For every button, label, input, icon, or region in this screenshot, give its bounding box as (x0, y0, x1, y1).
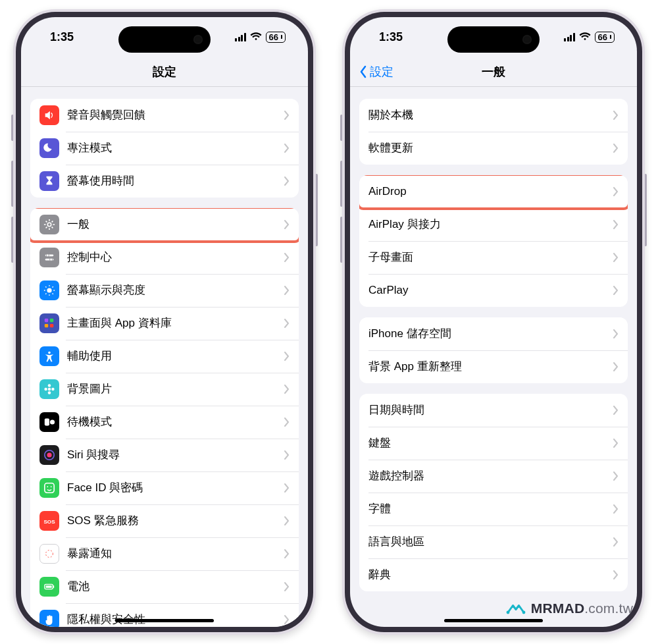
chevron-right-icon (613, 439, 619, 448)
row-airdrop[interactable]: AirDrop (359, 175, 628, 208)
row-access[interactable]: 輔助使用 (30, 340, 299, 373)
screen: 1:35 66 設定 聲音與觸覺回饋專注模式螢幕使用時間一般控制中心螢幕顯示與亮… (21, 17, 308, 627)
settings-list[interactable]: 聲音與觸覺回饋專注模式螢幕使用時間一般控制中心螢幕顯示與亮度主畫面與 App 資… (21, 87, 308, 627)
speaker-icon (39, 105, 59, 125)
sos-icon (39, 511, 59, 531)
row-wallpaper[interactable]: 背景圖片 (30, 373, 299, 406)
battery-icon (39, 577, 59, 597)
row-label: Siri 與搜尋 (67, 448, 284, 462)
back-label: 設定 (370, 64, 393, 80)
row-label: 待機模式 (67, 415, 284, 429)
chevron-right-icon (284, 549, 290, 558)
hourglass-icon (39, 171, 59, 191)
general-list[interactable]: 關於本機軟體更新AirDropAirPlay 與接力子母畫面CarPlayiPh… (350, 87, 637, 627)
row-home[interactable]: 主畫面與 App 資料庫 (30, 307, 299, 340)
row-label: 鍵盤 (368, 436, 613, 450)
row-label: AirPlay 與接力 (368, 217, 613, 231)
row-sounds[interactable]: 聲音與觸覺回饋 (30, 99, 299, 132)
row-carplay[interactable]: CarPlay (359, 274, 628, 307)
row-fonts[interactable]: 字體 (359, 493, 628, 525)
battery-icon: 66 (595, 32, 615, 43)
row-privacy[interactable]: 隱私權與安全性 (30, 603, 299, 627)
cellular-icon (235, 33, 246, 41)
row-label: 電池 (67, 579, 284, 593)
page-title: 一般 (482, 64, 505, 80)
chevron-right-icon (613, 111, 619, 120)
cellular-icon (564, 33, 575, 41)
navbar: 設定 一般 (350, 57, 637, 87)
back-button[interactable]: 設定 (359, 64, 393, 80)
row-sos[interactable]: SOS 緊急服務 (30, 504, 299, 537)
row-label: 軟體更新 (368, 141, 613, 155)
chevron-right-icon (613, 187, 619, 196)
phone-settings: 1:35 66 設定 聲音與觸覺回饋專注模式螢幕使用時間一般控制中心螢幕顯示與亮… (13, 9, 316, 635)
phone-general: 1:35 66 設定 一般 關於本機軟體更新AirDropAirPlay 與接力… (342, 9, 645, 635)
chevron-right-icon (613, 471, 619, 481)
chevron-right-icon (613, 220, 619, 229)
row-label: SOS 緊急服務 (67, 514, 284, 527)
chevron-right-icon (284, 144, 290, 153)
row-update[interactable]: 軟體更新 (359, 132, 628, 165)
chevron-right-icon (284, 220, 290, 229)
chevron-right-icon (284, 352, 290, 361)
battery-icon: 66 (266, 32, 286, 43)
row-faceid[interactable]: Face ID 與密碼 (30, 471, 299, 504)
home-indicator[interactable] (115, 619, 214, 622)
chevron-right-icon (284, 111, 290, 120)
row-control[interactable]: 控制中心 (30, 241, 299, 274)
home-indicator[interactable] (444, 619, 543, 622)
row-general[interactable]: 一般 (30, 208, 299, 241)
row-label: 控制中心 (67, 250, 284, 264)
chevron-right-icon (284, 385, 290, 394)
row-pip[interactable]: 子母畫面 (359, 241, 628, 274)
hand-icon (39, 610, 59, 627)
row-battery[interactable]: 電池 (30, 570, 299, 603)
chevron-right-icon (284, 615, 290, 624)
svg-point-0 (506, 611, 509, 614)
wifi-icon (250, 32, 262, 41)
row-label: 遊戲控制器 (368, 469, 613, 483)
row-storage[interactable]: iPhone 儲存空間 (359, 317, 628, 350)
row-dict[interactable]: 辭典 (359, 558, 628, 591)
row-datetime[interactable]: 日期與時間 (359, 394, 628, 427)
row-gamectrl[interactable]: 遊戲控制器 (359, 460, 628, 493)
row-label: 主畫面與 App 資料庫 (67, 316, 284, 330)
row-keyboard[interactable]: 鍵盤 (359, 427, 628, 460)
row-label: 聲音與觸覺回饋 (67, 108, 284, 122)
row-label: 字體 (368, 502, 613, 516)
chevron-right-icon (284, 319, 290, 328)
row-label: 螢幕顯示與亮度 (67, 283, 284, 297)
svg-point-1 (522, 611, 525, 614)
chevron-right-icon (284, 176, 290, 186)
watermark-suffix: .com.tw (584, 601, 633, 616)
row-siri[interactable]: Siri 與搜尋 (30, 439, 299, 471)
watermark-brand: MRMAD (531, 601, 584, 616)
chevron-right-icon (613, 253, 619, 262)
row-about[interactable]: 關於本機 (359, 99, 628, 132)
flower-icon (39, 379, 59, 399)
row-focus[interactable]: 專注模式 (30, 132, 299, 165)
row-standby[interactable]: 待機模式 (30, 406, 299, 439)
row-airplay[interactable]: AirPlay 與接力 (359, 208, 628, 241)
dynamic-island (447, 26, 540, 53)
standby-icon (39, 412, 59, 432)
chevron-right-icon (613, 286, 619, 295)
row-exposure[interactable]: 暴露通知 (30, 537, 299, 570)
row-label: 一般 (67, 217, 284, 231)
row-bgapp[interactable]: 背景 App 重新整理 (359, 350, 628, 383)
exposure-icon (39, 544, 59, 564)
accessibility-icon (39, 346, 59, 366)
row-label: Face ID 與密碼 (67, 481, 284, 495)
chevron-right-icon (284, 417, 290, 427)
watermark-logo-icon (506, 601, 526, 616)
row-screentime[interactable]: 螢幕使用時間 (30, 165, 299, 198)
chevron-right-icon (284, 516, 290, 525)
chevron-right-icon (284, 286, 290, 295)
row-display[interactable]: 螢幕顯示與亮度 (30, 274, 299, 307)
row-label: 語言與地區 (368, 535, 613, 549)
row-lang[interactable]: 語言與地區 (359, 525, 628, 558)
row-label: 專注模式 (67, 141, 284, 155)
stage: 1:35 66 設定 聲音與觸覺回饋專注模式螢幕使用時間一般控制中心螢幕顯示與亮… (0, 0, 658, 644)
navbar: 設定 (21, 57, 308, 87)
row-label: CarPlay (368, 283, 613, 297)
